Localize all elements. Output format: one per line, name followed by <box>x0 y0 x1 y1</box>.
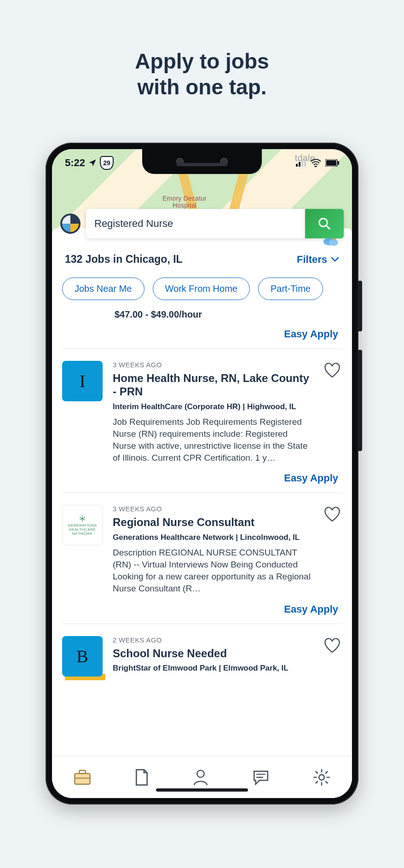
job-pay-range: $47.00 - $49.00/hour <box>62 309 342 320</box>
chip-work-from-home[interactable]: Work From Home <box>153 278 250 300</box>
phone-notch <box>142 149 262 174</box>
profile-icon <box>192 768 209 787</box>
job-card[interactable]: GENERATIONS HEALTHCARE NETWORK 3 WEEKS A… <box>62 493 342 595</box>
search-button[interactable] <box>305 209 344 238</box>
svg-rect-1 <box>299 162 300 167</box>
company-logo: GENERATIONS HEALTHCARE NETWORK <box>62 505 103 545</box>
location-arrow-icon <box>88 158 97 168</box>
company-logo: B <box>62 636 103 677</box>
posted-ago: 2 WEEKS AGO <box>113 636 313 644</box>
svg-rect-5 <box>338 161 339 165</box>
job-company-location: Interim HealthCare (Corporate HR) | High… <box>113 402 313 411</box>
svg-rect-2 <box>301 161 303 167</box>
phone-side-button <box>358 281 362 331</box>
headline-line2: with one tap. <box>137 75 266 99</box>
favorite-button[interactable] <box>323 507 342 595</box>
nav-messages[interactable] <box>252 769 270 786</box>
posted-ago: 3 WEEKS AGO <box>113 505 313 513</box>
job-description: Job Requirements Job Requirements Regist… <box>113 416 313 464</box>
favorite-button[interactable] <box>323 363 342 464</box>
battery-icon <box>325 159 339 167</box>
job-company-location: Generations Healthcare Network | Lincoln… <box>113 533 313 542</box>
status-time: 5:22 <box>65 157 85 169</box>
posted-ago: 3 WEEKS AGO <box>113 361 313 369</box>
filters-button[interactable]: Filters <box>297 254 339 266</box>
filters-label: Filters <box>297 254 327 266</box>
chevron-down-icon <box>331 257 339 262</box>
heart-icon <box>323 638 341 654</box>
document-icon <box>134 768 150 787</box>
heart-icon <box>323 507 341 522</box>
filter-chips: Jobs Near Me Work From Home Part-Time <box>52 270 352 304</box>
svg-point-11 <box>329 239 338 246</box>
easy-apply-link[interactable]: Easy Apply <box>62 595 342 624</box>
briefcase-icon <box>73 769 92 786</box>
svg-rect-12 <box>75 773 90 784</box>
chat-icon <box>252 769 270 786</box>
headline-line1: Apply to jobs <box>135 49 269 73</box>
chip-jobs-near-me[interactable]: Jobs Near Me <box>62 278 144 300</box>
svg-point-18 <box>319 775 324 780</box>
job-card[interactable]: I 3 WEEKS AGO Home Health Nurse, RN, Lak… <box>62 349 342 464</box>
route-shield: 29 <box>100 156 114 170</box>
svg-point-15 <box>197 770 204 777</box>
job-title: Regional Nurse Consultant <box>113 515 313 529</box>
company-logo: I <box>62 361 103 401</box>
results-list[interactable]: $47.00 - $49.00/hour Easy Apply I 3 WEEK… <box>52 304 352 798</box>
svg-rect-6 <box>326 160 336 166</box>
svg-rect-3 <box>304 159 306 167</box>
svg-rect-13 <box>79 770 85 774</box>
phone-frame: 5:22 29 tdale Emory Decatur Hospital <box>46 143 358 804</box>
map-hospital-label: Emory Decatur Hospital <box>162 195 207 209</box>
job-title: School Nurse Needed <box>113 647 313 660</box>
phone-side-button <box>358 350 362 451</box>
chip-part-time[interactable]: Part-Time <box>258 278 323 300</box>
results-sheet: 132 Jobs in Chicago, IL Filters Jobs Nea… <box>52 228 352 798</box>
nav-documents[interactable] <box>134 768 150 787</box>
wifi-icon <box>311 159 321 167</box>
heart-icon <box>323 363 341 378</box>
gear-icon <box>312 768 331 787</box>
nav-settings[interactable] <box>312 768 331 787</box>
bottom-nav <box>52 756 352 798</box>
svg-line-8 <box>326 226 330 229</box>
search-icon <box>317 217 331 231</box>
job-company-location: BrightStar of Elmwood Park | Elmwood Par… <box>113 664 313 673</box>
results-header: 132 Jobs in Chicago, IL Filters <box>52 247 352 270</box>
job-description: Description REGIONAL NURSE CONSULTANT (R… <box>113 547 313 595</box>
brand-logo-icon[interactable] <box>60 214 81 234</box>
cell-signal-icon <box>296 159 306 167</box>
phone-screen: 5:22 29 tdale Emory Decatur Hospital <box>52 149 352 798</box>
job-card[interactable]: B 2 WEEKS AGO School Nurse Needed Bright… <box>62 624 342 687</box>
nav-profile[interactable] <box>192 768 209 787</box>
search-input[interactable] <box>86 209 305 238</box>
nav-jobs[interactable] <box>73 769 92 786</box>
easy-apply-link[interactable]: Easy Apply <box>62 464 342 492</box>
search-bar <box>60 208 344 239</box>
svg-rect-0 <box>296 164 298 167</box>
easy-apply-link[interactable]: Easy Apply <box>62 320 342 348</box>
job-title: Home Health Nurse, RN, Lake County - PRN <box>113 371 313 399</box>
favorite-button[interactable] <box>323 638 342 677</box>
results-count: 132 Jobs in Chicago, IL <box>65 253 183 266</box>
home-indicator <box>156 788 248 792</box>
marketing-headline: Apply to jobs with one tap. <box>0 0 404 100</box>
